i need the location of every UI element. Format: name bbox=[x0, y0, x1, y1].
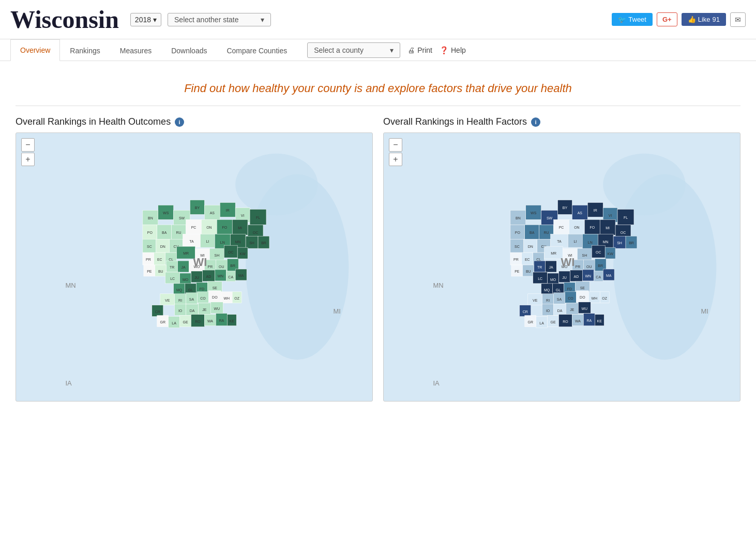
mi-label-blue: MI bbox=[701, 307, 708, 315]
county-sh2 bbox=[209, 248, 224, 261]
outcomes-title-text: Overall Rankings in Health Outcomes bbox=[16, 116, 171, 127]
county-mi-b bbox=[600, 219, 615, 235]
county-select-arrow: ▾ bbox=[390, 46, 394, 54]
help-button[interactable]: ❓ Help bbox=[440, 46, 466, 54]
email-button[interactable]: ✉ bbox=[730, 12, 746, 27]
twitter-icon: 🐦 bbox=[618, 16, 626, 23]
county-la-b bbox=[536, 317, 548, 328]
factors-title-text: Overall Rankings in Health Factors bbox=[383, 116, 527, 127]
county-sc bbox=[143, 239, 156, 253]
county-co-b bbox=[565, 292, 576, 303]
factors-zoom-out[interactable]: − bbox=[389, 138, 402, 152]
county-ba bbox=[157, 225, 172, 239]
factors-map-controls: − + bbox=[389, 138, 402, 166]
county-ad bbox=[202, 270, 215, 281]
county-je-b bbox=[566, 303, 578, 315]
county-br bbox=[258, 236, 269, 248]
county-fl bbox=[250, 209, 266, 225]
county-lc bbox=[165, 272, 180, 284]
county-je bbox=[198, 303, 210, 315]
county-kw-b bbox=[605, 247, 615, 259]
county-oz bbox=[232, 292, 241, 303]
state-title: Wisconsin bbox=[10, 5, 119, 34]
county-bu-b bbox=[523, 265, 534, 276]
county-wu-b bbox=[578, 302, 591, 314]
state-select-arrow: ▾ bbox=[261, 16, 264, 24]
county-ta bbox=[183, 234, 201, 247]
county-ca bbox=[226, 271, 235, 281]
county-ge bbox=[180, 316, 191, 327]
outcomes-zoom-in[interactable]: + bbox=[21, 153, 35, 166]
county-by bbox=[190, 200, 205, 215]
county-ec bbox=[154, 253, 165, 265]
print-label: Print bbox=[417, 46, 432, 54]
county-as bbox=[204, 205, 220, 219]
help-label: Help bbox=[451, 46, 466, 54]
tab-compare-counties[interactable]: Compare Counties bbox=[217, 40, 297, 61]
county-sa bbox=[186, 293, 198, 304]
county-sh bbox=[246, 236, 258, 248]
thumbs-up-icon: 👍 bbox=[688, 16, 696, 23]
tab-rankings[interactable]: Rankings bbox=[60, 40, 110, 61]
county-ma bbox=[235, 269, 247, 280]
factors-map-svg: MN IA MI BN WS SW BY AS IR bbox=[384, 133, 740, 401]
county-la bbox=[169, 317, 180, 328]
county-mi bbox=[232, 219, 248, 235]
factors-info-icon[interactable]: i bbox=[531, 117, 540, 127]
like-count: 91 bbox=[713, 16, 720, 23]
tab-overview[interactable]: Overview bbox=[10, 39, 60, 61]
county-oz-b bbox=[600, 292, 609, 303]
county-ri bbox=[175, 294, 186, 305]
county-wa bbox=[204, 315, 216, 326]
county-ta-b bbox=[551, 234, 568, 247]
gplus-button[interactable]: G+ bbox=[657, 12, 677, 26]
year-dropdown[interactable]: 2018 ▾ bbox=[130, 13, 161, 26]
factors-zoom-in[interactable]: + bbox=[389, 153, 402, 166]
county-wh bbox=[221, 292, 232, 303]
county-by-b bbox=[558, 200, 572, 215]
county-mr-b bbox=[545, 246, 563, 259]
like-button[interactable]: 👍 Like 91 bbox=[682, 13, 726, 26]
county-da-b bbox=[554, 304, 566, 316]
outcomes-zoom-out[interactable]: − bbox=[21, 138, 35, 152]
county-tr-b bbox=[534, 261, 546, 272]
county-pe-b bbox=[511, 265, 523, 276]
outcomes-map-title: Overall Rankings in Health Outcomes i bbox=[16, 116, 373, 127]
county-po bbox=[143, 225, 157, 239]
county-ir-b bbox=[587, 202, 603, 217]
outcomes-map-controls: − + bbox=[21, 138, 35, 166]
county-co bbox=[197, 292, 208, 303]
county-ro-b bbox=[559, 315, 572, 327]
county-ve-b bbox=[528, 294, 542, 305]
health-outcomes-map-container: Overall Rankings in Health Outcomes i − … bbox=[16, 116, 373, 402]
county-select-placeholder: Select a county bbox=[314, 46, 364, 54]
county-wn-b bbox=[582, 270, 594, 281]
county-wu bbox=[210, 302, 223, 314]
county-sh2-b bbox=[577, 248, 592, 261]
print-button[interactable]: 🖨 Print bbox=[407, 46, 432, 54]
county-do bbox=[208, 291, 221, 302]
outcomes-map-box: − + MN IA MI BN bbox=[16, 132, 373, 402]
county-ju-b bbox=[559, 271, 570, 283]
county-ir bbox=[220, 202, 235, 217]
county-io bbox=[175, 304, 186, 316]
county-ju bbox=[191, 271, 203, 283]
tweet-button[interactable]: 🐦 Tweet bbox=[612, 13, 653, 26]
tab-downloads[interactable]: Downloads bbox=[161, 40, 217, 61]
county-da bbox=[186, 304, 199, 316]
county-select-dropdown[interactable]: Select a county ▾ bbox=[307, 42, 400, 58]
svg-point-2 bbox=[235, 154, 317, 216]
county-ra-b bbox=[583, 314, 595, 326]
outcomes-info-icon[interactable]: i bbox=[175, 117, 184, 127]
main-content: Find out how healthy your county is and … bbox=[0, 61, 756, 412]
tab-measures[interactable]: Measures bbox=[110, 40, 161, 61]
county-sh-b bbox=[613, 236, 626, 248]
county-tr bbox=[167, 261, 178, 272]
social-buttons: 🐦 Tweet G+ 👍 Like 91 ✉ bbox=[612, 12, 746, 27]
county-ws-b bbox=[526, 205, 541, 219]
county-on-b bbox=[569, 219, 584, 234]
county-dn-b bbox=[524, 239, 537, 253]
ia-label-blue: IA bbox=[433, 379, 440, 387]
state-select-dropdown[interactable]: Select another state ▾ bbox=[168, 13, 271, 26]
like-label: Like bbox=[698, 16, 710, 23]
